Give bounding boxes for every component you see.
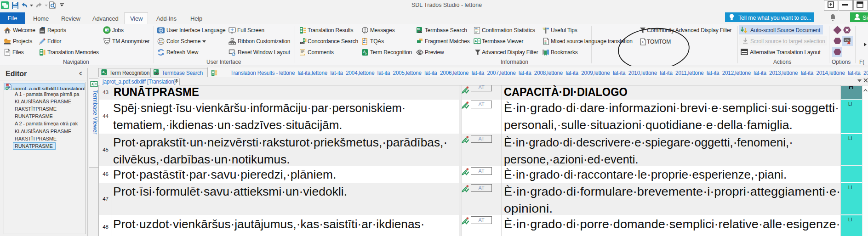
- svg-text:z: z: [104, 72, 106, 75]
- svg-text:z: z: [365, 52, 367, 55]
- svg-text:A: A: [475, 39, 477, 43]
- svg-text:A: A: [154, 70, 156, 72]
- svg-text:A: A: [91, 83, 94, 86]
- svg-text:<>: <>: [845, 38, 849, 42]
